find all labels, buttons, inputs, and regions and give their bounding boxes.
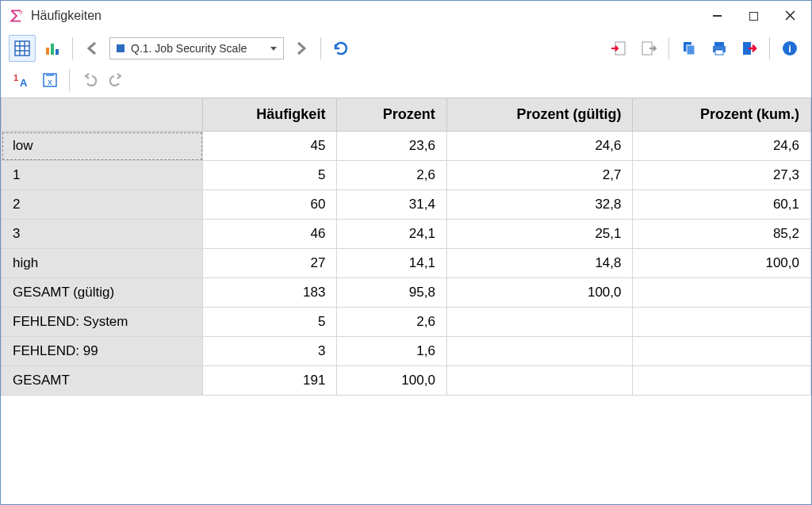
import-button[interactable] — [605, 35, 632, 62]
chart-view-button[interactable] — [39, 35, 66, 62]
col-header-percent[interactable]: Prozent — [337, 98, 446, 132]
exit-export-button[interactable] — [736, 35, 763, 62]
frequency-table-container: Häufigkeit Prozent Prozent (gültig) Proz… — [1, 98, 811, 504]
col-header-cum-percent[interactable]: Prozent (kum.) — [633, 98, 811, 132]
value-cell[interactable] — [446, 366, 633, 396]
value-cell[interactable]: 32,8 — [446, 190, 633, 220]
value-cell[interactable]: 31,4 — [337, 190, 446, 220]
window-maximize-button[interactable] — [735, 1, 772, 31]
value-cell[interactable]: 45 — [203, 132, 337, 161]
value-cell[interactable]: 5 — [203, 161, 337, 190]
svg-rect-9 — [714, 42, 724, 46]
row-label-cell[interactable]: high — [2, 249, 203, 278]
value-cell[interactable]: 23,6 — [337, 132, 446, 161]
value-cell[interactable]: 2,7 — [446, 161, 633, 190]
value-cell[interactable]: 60,1 — [633, 190, 811, 220]
table-row[interactable]: 26031,432,860,1 — [2, 190, 811, 220]
exit-arrow-icon — [741, 40, 758, 57]
value-cell[interactable]: 100,0 — [633, 249, 811, 278]
value-cell[interactable]: 2,6 — [337, 161, 446, 190]
info-button[interactable]: i — [776, 35, 803, 62]
copy-button[interactable] — [676, 35, 703, 62]
value-cell[interactable]: 27 — [203, 249, 337, 278]
value-cell[interactable]: 24,6 — [633, 132, 811, 161]
row-label-cell[interactable]: GESAMT (gültig) — [2, 278, 203, 308]
table-row[interactable]: low4523,624,624,6 — [2, 132, 811, 161]
value-labels-toggle[interactable]: 1A — [9, 67, 34, 93]
svg-text:i: i — [788, 43, 791, 55]
value-cell[interactable]: 60 — [203, 190, 337, 220]
value-cell[interactable] — [446, 308, 633, 337]
row-label-cell[interactable]: low — [2, 132, 203, 161]
table-row[interactable]: FEHLEND: 9931,6 — [2, 337, 811, 366]
row-label-cell[interactable]: 1 — [2, 161, 203, 190]
window-minimize-button[interactable] — [699, 1, 735, 31]
value-cell[interactable] — [446, 337, 633, 366]
export-button[interactable] — [635, 35, 662, 62]
row-label-cell[interactable]: GESAMT — [2, 366, 203, 396]
print-button[interactable] — [706, 35, 733, 62]
value-cell[interactable]: 46 — [203, 220, 337, 249]
value-cell[interactable]: 191 — [203, 366, 337, 396]
value-cell[interactable]: 100,0 — [446, 278, 633, 308]
printer-icon — [710, 40, 728, 57]
window-close-button[interactable] — [772, 1, 808, 31]
nav-next-button[interactable] — [287, 35, 314, 62]
row-label-cell[interactable]: FEHLEND: 99 — [2, 337, 203, 366]
value-cell[interactable]: 100,0 — [337, 366, 446, 396]
variable-dropdown[interactable]: Q.1. Job Security Scale — [109, 37, 284, 59]
stats-toggle[interactable]: x — [37, 67, 63, 93]
value-cell[interactable]: 14,1 — [337, 249, 446, 278]
row-label-cell[interactable]: 2 — [2, 190, 203, 220]
table-row[interactable]: 34624,125,185,2 — [2, 220, 811, 249]
value-cell[interactable]: 24,1 — [337, 220, 446, 249]
app-window: σ Häufigkeiten Q.1. Job Security Scale — [0, 0, 812, 505]
nav-prev-button[interactable] — [79, 35, 106, 62]
table-row[interactable]: 152,62,727,3 — [2, 161, 811, 190]
export-doc-icon — [640, 40, 657, 57]
col-header-category[interactable] — [2, 98, 203, 132]
value-cell[interactable] — [633, 366, 811, 396]
table-row[interactable]: FEHLEND: System52,6 — [2, 308, 811, 337]
title-bar: σ Häufigkeiten — [1, 1, 811, 31]
svg-rect-2 — [46, 48, 49, 55]
value-cell[interactable]: 5 — [203, 308, 337, 337]
value-cell[interactable]: 24,6 — [446, 132, 633, 161]
row-label-cell[interactable]: FEHLEND: System — [2, 308, 203, 337]
secondary-toolbar: 1A x — [1, 66, 811, 98]
value-cell[interactable]: 3 — [203, 337, 337, 366]
refresh-button[interactable] — [327, 35, 354, 62]
value-cell[interactable]: 14,8 — [446, 249, 633, 278]
value-cell[interactable]: 1,6 — [337, 337, 446, 366]
toolbar-separator — [320, 37, 321, 59]
value-cell[interactable] — [633, 337, 811, 366]
value-cell[interactable]: 27,3 — [633, 161, 811, 190]
x-bar-icon: x — [41, 71, 59, 89]
value-cell[interactable]: 183 — [203, 278, 337, 308]
row-label-cell[interactable]: 3 — [2, 220, 203, 249]
table-row[interactable]: GESAMT (gültig)18395,8100,0 — [2, 278, 811, 308]
value-cell[interactable]: 25,1 — [446, 220, 633, 249]
value-cell[interactable]: 95,8 — [337, 278, 446, 308]
value-cell[interactable]: 2,6 — [337, 308, 446, 337]
app-sigma-icon: σ — [9, 8, 25, 24]
col-header-frequency[interactable]: Häufigkeit — [203, 98, 337, 132]
value-cell[interactable]: 85,2 — [633, 220, 811, 249]
svg-text:σ: σ — [19, 10, 22, 15]
main-toolbar: Q.1. Job Security Scale i — [1, 31, 811, 66]
col-header-valid-percent[interactable]: Prozent (gültig) — [446, 98, 633, 132]
one-a-icon: 1A — [12, 71, 31, 89]
window-title: Häufigkeiten — [31, 9, 102, 23]
toolbar-separator — [668, 37, 669, 59]
undo-button[interactable] — [76, 67, 102, 93]
redo-button[interactable] — [105, 67, 130, 93]
table-row[interactable]: high2714,114,8100,0 — [2, 249, 811, 278]
table-row[interactable]: GESAMT191100,0 — [2, 366, 811, 396]
value-cell[interactable] — [633, 308, 811, 337]
value-cell[interactable] — [633, 278, 811, 308]
variable-color-icon — [117, 44, 124, 52]
table-body: low4523,624,624,6152,62,727,326031,432,8… — [2, 132, 811, 396]
import-doc-icon — [610, 40, 627, 57]
table-view-button[interactable] — [9, 35, 36, 62]
variable-dropdown-label: Q.1. Job Security Scale — [131, 42, 247, 55]
